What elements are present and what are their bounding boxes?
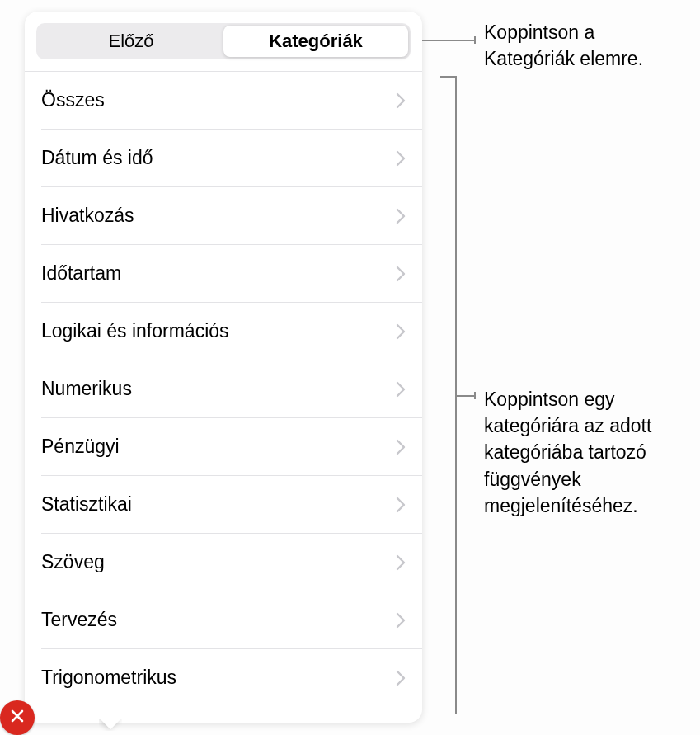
callout-leader-tick: [474, 36, 476, 44]
category-row[interactable]: Szöveg: [41, 533, 422, 591]
category-row[interactable]: Dátum és idő: [41, 129, 422, 186]
category-row[interactable]: Pénzügyi: [41, 417, 422, 475]
callout-tap-categories: Koppintson a Kategóriák elemre.: [484, 19, 690, 72]
category-row[interactable]: Hivatkozás: [41, 186, 422, 244]
popover-tail: [99, 719, 122, 731]
category-label: Időtartam: [41, 262, 121, 285]
callout-bracket: [440, 76, 457, 714]
chevron-right-icon: [396, 381, 406, 398]
callout-leader-line: [422, 40, 475, 41]
segment-previous-label: Előző: [108, 31, 153, 52]
segment-categories[interactable]: Kategóriák: [223, 26, 408, 57]
category-label: Numerikus: [41, 378, 132, 400]
chevron-right-icon: [396, 670, 406, 686]
category-list: Összes Dátum és idő Hivatkozás Időtartam…: [25, 71, 422, 706]
category-label: Dátum és idő: [41, 147, 153, 169]
category-label: Hivatkozás: [41, 205, 134, 227]
category-label: Szöveg: [41, 551, 105, 573]
chevron-right-icon: [396, 208, 406, 224]
chevron-right-icon: [396, 92, 406, 109]
callout-leader-tick: [474, 392, 476, 399]
close-button[interactable]: [0, 700, 35, 735]
category-row[interactable]: Numerikus: [41, 360, 422, 417]
close-icon: [10, 709, 25, 727]
category-label: Pénzügyi: [41, 436, 120, 458]
chevron-right-icon: [396, 439, 406, 455]
segment-categories-label: Kategóriák: [269, 31, 363, 52]
function-browser-popover: Előző Kategóriák Összes Dátum és idő Hiv…: [25, 12, 422, 723]
chevron-right-icon: [396, 323, 406, 340]
chevron-right-icon: [396, 497, 406, 513]
category-row[interactable]: Összes: [25, 71, 422, 129]
category-label: Logikai és információs: [41, 320, 229, 342]
category-row[interactable]: Logikai és információs: [41, 302, 422, 360]
category-row[interactable]: Statisztikai: [41, 475, 422, 533]
chevron-right-icon: [396, 554, 406, 571]
category-row[interactable]: Trigonometrikus: [41, 648, 422, 706]
category-label: Statisztikai: [41, 493, 132, 516]
category-row[interactable]: Időtartam: [41, 244, 422, 302]
chevron-right-icon: [396, 266, 406, 282]
category-label: Trigonometrikus: [41, 667, 176, 689]
category-label: Tervezés: [41, 609, 117, 631]
segment-previous[interactable]: Előző: [39, 26, 223, 57]
callout-leader-line: [456, 395, 475, 397]
callout-tap-a-category: Koppintson egy kategóriára az adott kate…: [484, 386, 698, 519]
chevron-right-icon: [396, 612, 406, 629]
segmented-control: Előző Kategóriák: [36, 23, 411, 59]
category-label: Összes: [41, 89, 105, 111]
category-row[interactable]: Tervezés: [41, 591, 422, 648]
chevron-right-icon: [396, 150, 406, 167]
